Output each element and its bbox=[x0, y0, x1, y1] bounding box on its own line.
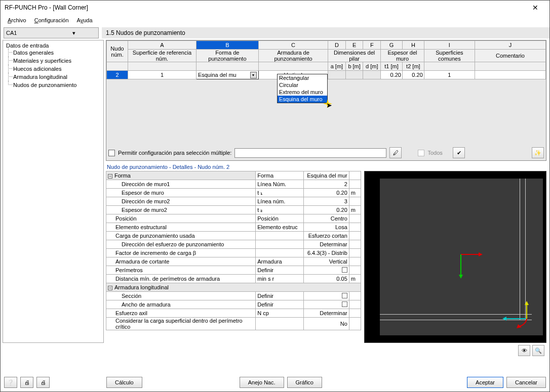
cell-sup[interactable]: 1 bbox=[128, 71, 197, 79]
col-letter[interactable]: H bbox=[402, 41, 424, 50]
tree-item[interactable]: Huecos adicionales bbox=[4, 65, 102, 73]
det-val[interactable]: 0.05 bbox=[304, 275, 349, 283]
det-val[interactable]: 0.20 bbox=[304, 206, 349, 214]
col-sub[interactable]: t2 [m] bbox=[402, 62, 424, 71]
pick-icon[interactable]: 🖊 bbox=[389, 147, 402, 158]
det-label: Posición bbox=[106, 214, 256, 223]
help-button[interactable]: ❔ bbox=[4, 377, 17, 388]
col-sub[interactable]: t1 [m] bbox=[381, 62, 403, 71]
det-val[interactable]: 6.4.3(3) - Distrib bbox=[304, 249, 349, 257]
collapse-icon[interactable]: − bbox=[108, 174, 112, 179]
det-val[interactable]: 0.20 bbox=[304, 189, 349, 197]
col-header[interactable]: Espesor del muro bbox=[381, 50, 424, 62]
col-letter[interactable]: J bbox=[475, 41, 546, 50]
col-header[interactable]: Comentario bbox=[475, 50, 546, 62]
checkbox-icon[interactable] bbox=[342, 293, 347, 298]
grafico-button[interactable]: Gráfico bbox=[287, 377, 322, 388]
col-letter[interactable]: G bbox=[381, 41, 403, 50]
det-label: Carga de punzonamiento usada bbox=[106, 232, 256, 240]
col-header[interactable]: Forma de punzonamiento bbox=[196, 50, 258, 62]
cell-forma-value: Esquina del mu bbox=[198, 72, 237, 78]
det-val[interactable]: Centro bbox=[304, 214, 349, 223]
aceptar-button[interactable]: Aceptar bbox=[467, 377, 503, 388]
chevron-down-icon: ▾ bbox=[51, 30, 96, 36]
dropdown-option[interactable]: Circular bbox=[278, 81, 327, 89]
col-header[interactable]: Dimensiones del pilar bbox=[328, 50, 381, 62]
col-letter[interactable]: I bbox=[424, 41, 475, 50]
det-val[interactable]: Determinar bbox=[304, 309, 349, 318]
forma-dropdown[interactable]: Rectangular Circular Extremo del muro Es… bbox=[277, 74, 328, 103]
export-button[interactable]: 🖨 bbox=[20, 377, 33, 388]
det-val[interactable]: Losa bbox=[304, 223, 349, 232]
tree-item[interactable]: Nudos de punzonamiento bbox=[4, 81, 102, 89]
menu-ayuda[interactable]: Ayuda bbox=[74, 16, 96, 24]
graphic-preview[interactable] bbox=[364, 171, 546, 343]
col-letter[interactable]: A bbox=[128, 41, 197, 50]
collapse-icon[interactable]: − bbox=[108, 286, 112, 290]
det-val[interactable]: No bbox=[304, 318, 349, 330]
col-header[interactable]: Armadura de punzonamiento bbox=[258, 50, 328, 62]
det-val[interactable]: Vertical bbox=[304, 257, 349, 266]
cell[interactable] bbox=[363, 71, 381, 79]
cell[interactable] bbox=[328, 71, 346, 79]
row-num[interactable]: 2 bbox=[107, 71, 128, 79]
multiselect-label: Permitir configuración para selección mú… bbox=[118, 150, 231, 156]
export2-button[interactable]: 🖨 bbox=[36, 377, 50, 388]
load-case-value: CA1 bbox=[6, 30, 51, 36]
det-val[interactable]: Esquina del mur bbox=[304, 171, 349, 180]
checkbox-icon[interactable] bbox=[342, 267, 347, 273]
anejo-button[interactable]: Anejo Nac. bbox=[240, 377, 284, 388]
col-header[interactable]: Superficie de referencia núm. bbox=[128, 50, 197, 62]
calculo-button[interactable]: Cálculo bbox=[106, 377, 142, 388]
tree-item[interactable]: Materiales y superficies bbox=[4, 57, 102, 65]
menu-archivo[interactable]: Archivo bbox=[5, 16, 29, 24]
col-letter[interactable]: F bbox=[363, 41, 381, 50]
multiselect-checkbox[interactable] bbox=[108, 150, 115, 156]
multiselect-input[interactable] bbox=[234, 148, 386, 158]
det-val[interactable]: Determinar bbox=[304, 240, 349, 249]
det-val[interactable]: Esfuerzo cortan bbox=[304, 232, 349, 240]
det-val[interactable] bbox=[304, 266, 349, 275]
eye-icon[interactable]: 👁 bbox=[518, 345, 530, 356]
cell-t1[interactable]: 0.20 bbox=[381, 71, 403, 79]
col-header[interactable]: Nudo núm. bbox=[107, 41, 128, 62]
dropdown-option-selected[interactable]: Esquina del muro bbox=[278, 96, 327, 103]
tree-item[interactable]: Armadura longitudinal bbox=[4, 73, 102, 81]
col-letter[interactable]: D bbox=[328, 41, 346, 50]
col-letter[interactable]: B bbox=[196, 41, 258, 50]
details-table[interactable]: −FormaFormaEsquina del mur Dirección de … bbox=[106, 171, 361, 330]
cell-t2[interactable]: 0.20 bbox=[402, 71, 424, 79]
wand-icon[interactable]: ✨ bbox=[532, 147, 544, 158]
col-letter[interactable]: E bbox=[345, 41, 363, 50]
cell-sc[interactable]: 1 bbox=[424, 71, 475, 79]
dropdown-button[interactable]: ▾ bbox=[250, 72, 257, 78]
main-grid[interactable]: Nudo núm. A B C D E F G H I J Superficie… bbox=[106, 40, 546, 161]
det-val[interactable]: 2 bbox=[304, 180, 349, 189]
section-title: 1.5 Nudos de punzonamiento bbox=[102, 27, 549, 38]
col-letter[interactable]: C bbox=[258, 41, 328, 50]
det-val[interactable]: 3 bbox=[304, 197, 349, 206]
cell[interactable] bbox=[345, 71, 363, 79]
tree-root[interactable]: Datos de entrada bbox=[4, 42, 102, 49]
det-label: Armadura de cortante bbox=[106, 257, 256, 266]
col-header[interactable]: Superficies comunes bbox=[424, 50, 475, 62]
col-sub[interactable]: d [m] bbox=[363, 62, 381, 71]
tree-item[interactable]: Datos generales bbox=[4, 49, 102, 57]
close-icon[interactable]: ✕ bbox=[525, 4, 545, 12]
check-icon[interactable]: ✔ bbox=[453, 147, 465, 158]
det-val[interactable] bbox=[304, 300, 349, 309]
magnify-icon[interactable]: 🔍 bbox=[532, 345, 544, 356]
todos-checkbox[interactable] bbox=[418, 150, 424, 156]
dropdown-option[interactable]: Extremo del muro bbox=[278, 89, 327, 96]
det-val[interactable] bbox=[304, 292, 349, 300]
col-sub[interactable]: a [m] bbox=[328, 62, 346, 71]
cell-com[interactable] bbox=[475, 71, 546, 79]
cell-forma[interactable]: Esquina del mu ▾ bbox=[196, 71, 258, 79]
det-col: Definir bbox=[256, 266, 304, 275]
load-case-combo[interactable]: CA1 ▾ bbox=[4, 27, 99, 38]
dropdown-option[interactable]: Rectangular bbox=[278, 74, 327, 81]
checkbox-icon[interactable] bbox=[342, 301, 347, 307]
col-sub[interactable]: b [m] bbox=[345, 62, 363, 71]
menu-config[interactable]: Configuración bbox=[31, 16, 72, 24]
cancelar-button[interactable]: Cancelar bbox=[506, 377, 546, 388]
